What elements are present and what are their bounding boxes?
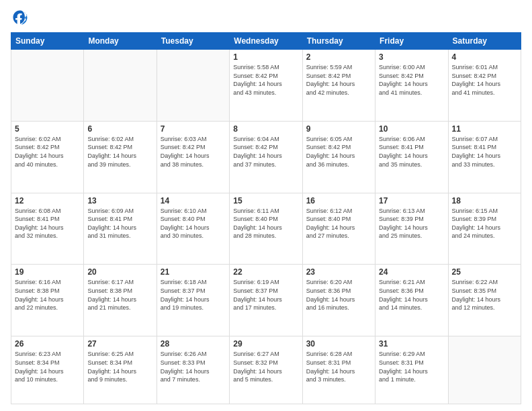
day-info: Sunrise: 6:00 AM Sunset: 8:42 PM Dayligh…: [379, 63, 444, 97]
day-info: Sunrise: 5:58 AM Sunset: 8:42 PM Dayligh…: [233, 63, 298, 97]
calendar-day-5: 5Sunrise: 6:02 AM Sunset: 8:42 PM Daylig…: [11, 121, 84, 193]
day-info: Sunrise: 6:04 AM Sunset: 8:42 PM Dayligh…: [233, 135, 298, 169]
day-number: 31: [379, 339, 444, 349]
calendar-header-row: SundayMondayTuesdayWednesdayThursdayFrid…: [11, 33, 521, 50]
day-info: Sunrise: 6:08 AM Sunset: 8:41 PM Dayligh…: [15, 207, 80, 240]
day-info: Sunrise: 6:26 AM Sunset: 8:33 PM Dayligh…: [161, 350, 226, 383]
calendar-day-21: 21Sunrise: 6:18 AM Sunset: 8:37 PM Dayli…: [157, 265, 229, 336]
calendar-week-row: 12Sunrise: 6:08 AM Sunset: 8:41 PM Dayli…: [11, 193, 521, 265]
calendar-week-row: 1Sunrise: 5:58 AM Sunset: 8:42 PM Daylig…: [11, 50, 521, 122]
day-number: 22: [233, 267, 298, 277]
day-number: 27: [87, 339, 152, 349]
calendar-table: SundayMondayTuesdayWednesdayThursdayFrid…: [11, 32, 521, 404]
day-info: Sunrise: 6:09 AM Sunset: 8:41 PM Dayligh…: [87, 207, 152, 240]
page: SundayMondayTuesdayWednesdayThursdayFrid…: [0, 0, 532, 411]
calendar-day-19: 19Sunrise: 6:16 AM Sunset: 8:38 PM Dayli…: [11, 265, 84, 336]
calendar-week-row: 19Sunrise: 6:16 AM Sunset: 8:38 PM Dayli…: [11, 265, 521, 336]
day-info: Sunrise: 6:12 AM Sunset: 8:40 PM Dayligh…: [306, 207, 371, 240]
calendar-day-30: 30Sunrise: 6:28 AM Sunset: 8:31 PM Dayli…: [302, 336, 375, 404]
day-number: 30: [306, 339, 371, 349]
calendar-day-27: 27Sunrise: 6:25 AM Sunset: 8:34 PM Dayli…: [84, 336, 157, 404]
day-info: Sunrise: 6:28 AM Sunset: 8:31 PM Dayligh…: [306, 350, 371, 383]
day-number: 6: [87, 124, 152, 134]
day-number: 10: [379, 124, 444, 134]
day-info: Sunrise: 6:06 AM Sunset: 8:41 PM Dayligh…: [379, 135, 444, 169]
calendar-day-31: 31Sunrise: 6:29 AM Sunset: 8:31 PM Dayli…: [375, 336, 448, 404]
calendar-weekday-wednesday: Wednesday: [230, 33, 302, 50]
day-number: 5: [15, 124, 80, 134]
day-info: Sunrise: 6:20 AM Sunset: 8:36 PM Dayligh…: [306, 278, 371, 312]
calendar-day-empty: [11, 50, 84, 122]
day-info: Sunrise: 6:25 AM Sunset: 8:34 PM Dayligh…: [87, 350, 152, 383]
day-number: 14: [161, 196, 226, 205]
day-info: Sunrise: 6:03 AM Sunset: 8:42 PM Dayligh…: [161, 135, 226, 169]
day-info: Sunrise: 6:02 AM Sunset: 8:42 PM Dayligh…: [87, 135, 152, 169]
day-info: Sunrise: 6:29 AM Sunset: 8:31 PM Dayligh…: [379, 350, 444, 383]
day-number: 23: [306, 267, 371, 277]
calendar-day-empty: [448, 336, 521, 404]
day-info: Sunrise: 6:23 AM Sunset: 8:34 PM Dayligh…: [15, 350, 80, 383]
day-number: 11: [452, 124, 517, 134]
calendar-weekday-monday: Monday: [84, 33, 157, 50]
day-number: 25: [452, 267, 517, 277]
day-info: Sunrise: 6:22 AM Sunset: 8:35 PM Dayligh…: [452, 278, 517, 312]
day-number: 9: [306, 124, 371, 134]
day-number: 19: [15, 267, 80, 277]
calendar-day-13: 13Sunrise: 6:09 AM Sunset: 8:41 PM Dayli…: [84, 193, 157, 265]
header: [11, 8, 521, 27]
calendar-weekday-saturday: Saturday: [448, 33, 521, 50]
day-info: Sunrise: 6:19 AM Sunset: 8:37 PM Dayligh…: [233, 278, 298, 312]
calendar-day-6: 6Sunrise: 6:02 AM Sunset: 8:42 PM Daylig…: [84, 121, 157, 193]
day-number: 13: [87, 196, 152, 205]
day-number: 4: [452, 52, 517, 62]
calendar-day-empty: [157, 50, 229, 122]
day-info: Sunrise: 6:15 AM Sunset: 8:39 PM Dayligh…: [452, 207, 517, 240]
calendar-day-22: 22Sunrise: 6:19 AM Sunset: 8:37 PM Dayli…: [230, 265, 302, 336]
calendar-day-empty: [84, 50, 157, 122]
day-info: Sunrise: 6:10 AM Sunset: 8:40 PM Dayligh…: [161, 207, 226, 240]
day-info: Sunrise: 5:59 AM Sunset: 8:42 PM Dayligh…: [306, 63, 371, 97]
calendar-day-11: 11Sunrise: 6:07 AM Sunset: 8:41 PM Dayli…: [448, 121, 521, 193]
day-info: Sunrise: 6:17 AM Sunset: 8:38 PM Dayligh…: [87, 278, 152, 312]
calendar-day-1: 1Sunrise: 5:58 AM Sunset: 8:42 PM Daylig…: [230, 50, 302, 122]
day-info: Sunrise: 6:16 AM Sunset: 8:38 PM Dayligh…: [15, 278, 80, 312]
calendar-day-28: 28Sunrise: 6:26 AM Sunset: 8:33 PM Dayli…: [157, 336, 229, 404]
logo: [11, 8, 32, 27]
calendar-weekday-tuesday: Tuesday: [157, 33, 229, 50]
calendar-day-20: 20Sunrise: 6:17 AM Sunset: 8:38 PM Dayli…: [84, 265, 157, 336]
day-number: 8: [233, 124, 298, 134]
day-number: 16: [306, 196, 371, 205]
day-number: 18: [452, 196, 517, 205]
calendar-weekday-sunday: Sunday: [11, 33, 84, 50]
day-number: 26: [15, 339, 80, 349]
day-number: 17: [379, 196, 444, 205]
day-info: Sunrise: 6:18 AM Sunset: 8:37 PM Dayligh…: [161, 278, 226, 312]
day-number: 24: [379, 267, 444, 277]
day-info: Sunrise: 6:07 AM Sunset: 8:41 PM Dayligh…: [452, 135, 517, 169]
calendar-day-15: 15Sunrise: 6:11 AM Sunset: 8:40 PM Dayli…: [230, 193, 302, 265]
day-number: 29: [233, 339, 298, 349]
calendar-day-29: 29Sunrise: 6:27 AM Sunset: 8:32 PM Dayli…: [230, 336, 302, 404]
calendar-day-7: 7Sunrise: 6:03 AM Sunset: 8:42 PM Daylig…: [157, 121, 229, 193]
calendar-day-25: 25Sunrise: 6:22 AM Sunset: 8:35 PM Dayli…: [448, 265, 521, 336]
day-info: Sunrise: 6:11 AM Sunset: 8:40 PM Dayligh…: [233, 207, 298, 240]
day-number: 20: [87, 267, 152, 277]
calendar-day-4: 4Sunrise: 6:01 AM Sunset: 8:42 PM Daylig…: [448, 50, 521, 122]
day-number: 7: [161, 124, 226, 134]
calendar-day-3: 3Sunrise: 6:00 AM Sunset: 8:42 PM Daylig…: [375, 50, 448, 122]
day-number: 21: [161, 267, 226, 277]
calendar-week-row: 5Sunrise: 6:02 AM Sunset: 8:42 PM Daylig…: [11, 121, 521, 193]
day-number: 15: [233, 196, 298, 205]
calendar-day-24: 24Sunrise: 6:21 AM Sunset: 8:36 PM Dayli…: [375, 265, 448, 336]
calendar-day-23: 23Sunrise: 6:20 AM Sunset: 8:36 PM Dayli…: [302, 265, 375, 336]
day-number: 1: [233, 52, 298, 62]
day-info: Sunrise: 6:21 AM Sunset: 8:36 PM Dayligh…: [379, 278, 444, 312]
day-info: Sunrise: 6:01 AM Sunset: 8:42 PM Dayligh…: [452, 63, 517, 97]
calendar-day-18: 18Sunrise: 6:15 AM Sunset: 8:39 PM Dayli…: [448, 193, 521, 265]
calendar-day-14: 14Sunrise: 6:10 AM Sunset: 8:40 PM Dayli…: [157, 193, 229, 265]
calendar-day-26: 26Sunrise: 6:23 AM Sunset: 8:34 PM Dayli…: [11, 336, 84, 404]
day-number: 2: [306, 52, 371, 62]
day-number: 3: [379, 52, 444, 62]
calendar-day-17: 17Sunrise: 6:13 AM Sunset: 8:39 PM Dayli…: [375, 193, 448, 265]
day-info: Sunrise: 6:27 AM Sunset: 8:32 PM Dayligh…: [233, 350, 298, 383]
